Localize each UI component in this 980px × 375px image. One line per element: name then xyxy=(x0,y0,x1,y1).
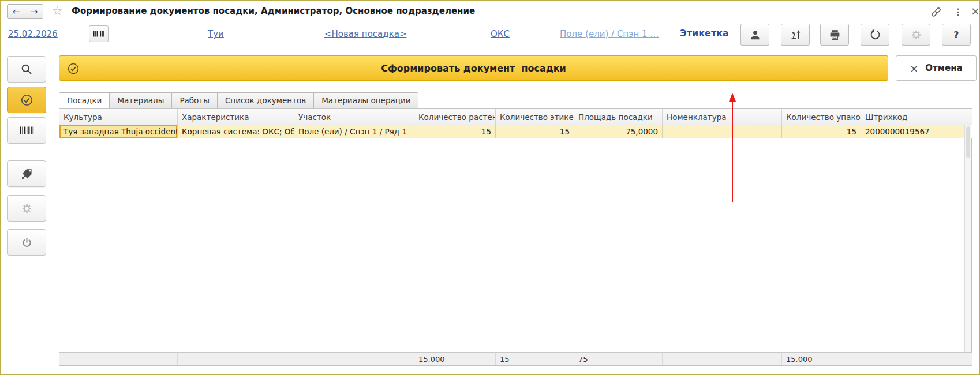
cell-culture[interactable]: Туя западная Thuja occident… xyxy=(59,125,178,138)
cell-characteristic[interactable]: Корневая система: ОКС; Об… xyxy=(178,125,294,138)
link-icon xyxy=(930,6,942,18)
tab-raboty[interactable]: Работы xyxy=(172,92,218,108)
generate-document-button[interactable]: Сформировать документ посадки xyxy=(59,55,888,81)
cell-plot[interactable]: Поле (ели) / Спэн 1 / Ряд 1 xyxy=(294,125,414,138)
footer-barcode xyxy=(861,352,964,365)
barcode-icon xyxy=(19,125,34,136)
printer-icon xyxy=(829,29,841,41)
check-circle-icon xyxy=(67,62,80,75)
sidebar-search-button[interactable] xyxy=(7,56,46,82)
cell-label-qty[interactable]: 15 xyxy=(496,125,574,138)
label-link[interactable]: Этикетка xyxy=(680,28,729,39)
titlebar: ← → ☆ Формирование документов посадки, А… xyxy=(1,1,979,22)
tab-posadki[interactable]: Посадки xyxy=(59,92,110,108)
cancel-x-icon: × xyxy=(910,62,918,74)
table-footer-row: 15,000 15 75 15,000 xyxy=(59,352,971,365)
sidebar-generate-button[interactable] xyxy=(7,87,46,113)
forward-arrow-icon: → xyxy=(31,6,38,17)
user-button[interactable] xyxy=(740,24,769,46)
gear-icon xyxy=(910,29,922,41)
footer-nomenclature xyxy=(663,352,782,365)
cell-pack-qty[interactable]: 15 xyxy=(782,125,861,138)
back-button[interactable]: ← xyxy=(7,4,25,19)
plant-up-arrow-icon xyxy=(789,28,802,41)
close-window-button[interactable]: × xyxy=(968,4,980,18)
cell-area[interactable]: 75,0000 xyxy=(574,125,663,138)
column-header-culture[interactable]: Культура xyxy=(59,109,178,125)
culture-link[interactable]: Туи xyxy=(208,29,224,39)
tab-spisok-dokumentov[interactable]: Список документов xyxy=(218,92,314,108)
settings-button[interactable] xyxy=(902,24,930,46)
generate-document-label: Сформировать документ посадки xyxy=(59,63,888,74)
new-planting-link[interactable]: <Новая посадка> xyxy=(324,29,406,39)
footer-filler xyxy=(964,352,972,365)
column-header-plot[interactable]: Участок xyxy=(294,109,414,125)
more-menu-button[interactable] xyxy=(951,5,965,19)
cell-nomenclature[interactable] xyxy=(663,125,782,138)
search-icon xyxy=(20,63,33,76)
oks-link[interactable]: ОКС xyxy=(491,29,510,39)
footer-culture xyxy=(59,352,178,365)
gear-icon xyxy=(21,202,33,215)
table-header-filler xyxy=(964,109,972,125)
column-header-plant-qty[interactable]: Количество растений xyxy=(414,109,496,125)
question-mark-icon: ? xyxy=(953,29,959,40)
refresh-button[interactable] xyxy=(861,24,889,46)
sidebar-exit-button[interactable] xyxy=(7,229,46,256)
footer-plant-qty-total: 15,000 xyxy=(414,352,496,365)
power-icon xyxy=(21,237,33,249)
copy-link-button[interactable] xyxy=(929,5,943,19)
close-icon: × xyxy=(971,5,980,17)
nav-history-group: ← → xyxy=(7,4,43,19)
print-button[interactable] xyxy=(820,24,849,46)
cancel-button[interactable]: × Отмена xyxy=(896,55,977,81)
sidebar-label-button[interactable] xyxy=(7,160,46,187)
tab-materialy[interactable]: Материалы xyxy=(110,92,172,108)
footer-plot xyxy=(294,352,414,365)
label-tag-arrow-icon xyxy=(20,167,33,181)
check-circle-icon xyxy=(20,93,33,107)
column-header-label-qty[interactable]: Количество этикеток xyxy=(496,109,574,125)
refresh-icon xyxy=(869,29,881,41)
scrollbar-thumb[interactable] xyxy=(966,126,970,158)
column-header-nomenclature[interactable]: Номенклатура xyxy=(663,109,782,125)
back-arrow-icon: ← xyxy=(13,6,20,17)
date-link[interactable]: 25.02.2026 xyxy=(8,29,58,39)
footer-characteristic xyxy=(178,352,294,365)
forward-button[interactable]: → xyxy=(25,4,43,19)
footer-area-total: 75 xyxy=(574,352,663,365)
barcode-icon xyxy=(93,29,104,38)
field-link[interactable]: Поле (ели) / Спэн 1 … xyxy=(560,29,659,39)
tab-strip: Посадки Материалы Работы Список документ… xyxy=(59,92,418,108)
table-row[interactable]: Туя западная Thuja occident… Корневая си… xyxy=(59,125,971,138)
window-title: Формирование документов посадки, Админис… xyxy=(72,6,475,16)
column-header-characteristic[interactable]: Характеристика xyxy=(178,109,294,125)
column-header-pack-qty[interactable]: Количество упаковок xyxy=(782,109,861,125)
footer-label-qty-total: 15 xyxy=(496,352,574,365)
planting-button[interactable] xyxy=(781,24,810,46)
tab-materialy-operacii[interactable]: Материалы операции xyxy=(314,92,418,108)
app-window: ← → ☆ Формирование документов посадки, А… xyxy=(0,0,980,375)
column-header-area[interactable]: Площадь посадки xyxy=(574,109,663,125)
sidebar-settings-button[interactable] xyxy=(7,195,46,222)
column-header-barcode[interactable]: Штрихкод xyxy=(861,109,964,125)
help-button[interactable]: ? xyxy=(942,24,971,46)
person-icon xyxy=(749,29,761,41)
cancel-label: Отмена xyxy=(925,63,962,73)
table-header-row: Культура Характеристика Участок Количест… xyxy=(59,109,971,125)
plantings-table: Культура Характеристика Участок Количест… xyxy=(59,108,972,366)
footer-pack-qty-total: 15,000 xyxy=(782,352,861,365)
barcode-scan-button[interactable] xyxy=(89,25,109,42)
vertical-dots-icon xyxy=(953,7,963,17)
vertical-scrollbar[interactable] xyxy=(964,125,971,352)
cell-plant-qty[interactable]: 15 xyxy=(414,125,496,138)
sidebar-barcode-button[interactable] xyxy=(7,117,46,144)
form-toolbar: 25.02.2026 Туи <Новая посадка> ОКС Поле … xyxy=(1,22,979,48)
cell-barcode[interactable]: 2000000019567 xyxy=(861,125,964,138)
favorite-star-icon[interactable]: ☆ xyxy=(52,4,63,18)
